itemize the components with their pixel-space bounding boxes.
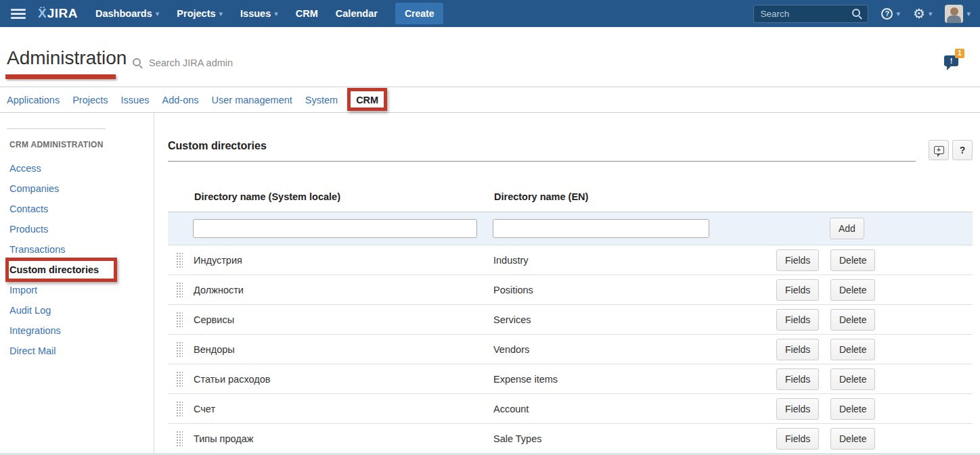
column-header-en: Directory name (EN) xyxy=(493,185,776,212)
drag-handle-icon[interactable] xyxy=(175,281,183,298)
new-directory-local-input[interactable] xyxy=(193,219,477,238)
delete-button[interactable]: Delete xyxy=(830,309,875,331)
sidebar-item-transactions[interactable]: Transactions xyxy=(0,239,154,260)
drag-handle-icon[interactable] xyxy=(175,311,183,328)
table-row: Индустрия Industry Fields Delete xyxy=(168,245,973,275)
nav-item-issues[interactable]: Issues▾ xyxy=(240,8,278,19)
table-row: Типы продаж Sale Types Fields Delete xyxy=(168,424,973,454)
jira-logo-text: JIRA xyxy=(47,6,78,21)
sidebar-item-import[interactable]: Import xyxy=(0,280,154,300)
fields-button[interactable]: Fields xyxy=(776,398,819,420)
column-header-local: Directory name (System locale) xyxy=(193,185,493,212)
help-button[interactable]: ? xyxy=(952,140,973,160)
table-row: Вендоры Vendors Fields Delete xyxy=(168,335,973,364)
create-button[interactable]: Create xyxy=(395,3,444,24)
hamburger-menu-icon[interactable] xyxy=(11,9,26,19)
admin-search-input[interactable] xyxy=(148,57,296,69)
main-panel: Custom directories + ? Directory name (S… xyxy=(154,113,980,454)
tab-issues[interactable]: Issues xyxy=(121,95,150,105)
add-directory-row: Add xyxy=(168,212,973,245)
chevron-down-icon: ▾ xyxy=(966,10,971,18)
directory-name-local: Индустрия xyxy=(193,245,493,275)
directory-name-en: Expense items xyxy=(493,364,776,394)
fields-button[interactable]: Fields xyxy=(776,309,819,331)
fields-button[interactable]: Fields xyxy=(776,368,819,390)
tab-projects[interactable]: Projects xyxy=(72,95,108,105)
table-row: Статьи расходов Expense items Fields Del… xyxy=(168,364,973,394)
sidebar-item-audit-log[interactable]: Audit Log xyxy=(0,300,154,320)
drag-handle-icon[interactable] xyxy=(175,400,183,417)
sidebar-item-integrations[interactable]: Integrations xyxy=(0,320,154,341)
user-menu[interactable]: ▾ xyxy=(945,5,971,23)
feedback-bubble-plus-icon: + xyxy=(934,146,944,154)
search-icon[interactable] xyxy=(852,9,862,19)
directory-name-en: Account xyxy=(493,394,776,424)
chevron-down-icon: ▾ xyxy=(896,10,900,18)
tab-user-management[interactable]: User management xyxy=(212,95,292,105)
sidebar-divider xyxy=(7,128,106,129)
search-icon xyxy=(133,58,143,68)
new-directory-en-input[interactable] xyxy=(493,219,709,238)
nav-item-projects[interactable]: Projects▾ xyxy=(177,8,223,19)
nav-item-calendar[interactable]: Calendar xyxy=(336,8,378,19)
jira-logo[interactable]: Ẍ JIRA xyxy=(38,6,78,21)
directory-name-en: Vendors xyxy=(493,335,776,364)
directory-name-local: Счет xyxy=(193,394,493,424)
delete-button[interactable]: Delete xyxy=(830,368,875,390)
feedback-button[interactable]: + xyxy=(929,140,949,160)
help-icon: ? xyxy=(881,8,893,20)
fields-button[interactable]: Fields xyxy=(776,428,819,450)
directory-name-en: Positions xyxy=(493,275,776,305)
page-title: Administration xyxy=(7,47,127,69)
directory-name-local: Типы продаж xyxy=(193,424,493,454)
navbar-search xyxy=(753,5,868,23)
panel-title: Custom directories xyxy=(168,140,973,152)
add-button[interactable]: Add xyxy=(830,218,864,239)
fields-button[interactable]: Fields xyxy=(776,249,819,271)
directory-name-en: Services xyxy=(493,305,776,335)
admin-header: Administration ! 1 xyxy=(0,27,980,87)
tab-crm[interactable]: CRM xyxy=(356,95,378,105)
drag-handle-icon[interactable] xyxy=(175,430,183,447)
sidebar-item-companies[interactable]: Companies xyxy=(0,178,154,199)
sidebar-item-access[interactable]: Access xyxy=(0,158,154,178)
sidebar-item-contacts[interactable]: Contacts xyxy=(0,199,154,219)
sidebar-item-custom-directories[interactable]: Custom directories xyxy=(0,260,154,280)
drag-handle-icon[interactable] xyxy=(175,341,183,358)
top-navbar: Ẍ JIRA Dashboards▾ Projects▾ Issues▾ CRM… xyxy=(0,0,980,27)
notification-icon[interactable]: ! 1 xyxy=(944,53,962,69)
chevron-down-icon: ▾ xyxy=(219,10,223,18)
tab-applications[interactable]: Applications xyxy=(7,95,60,105)
directory-name-local: Статьи расходов xyxy=(193,364,493,394)
chevron-down-icon: ▾ xyxy=(156,10,160,18)
notification-badge: 1 xyxy=(955,49,964,58)
nav-item-crm[interactable]: CRM xyxy=(296,8,318,19)
directory-name-local: Вендоры xyxy=(193,335,493,364)
drag-handle-icon[interactable] xyxy=(175,252,183,268)
admin-tabs: Applications Projects Issues Add-ons Use… xyxy=(0,87,980,113)
sidebar-section-title: CRM ADMINISTRATION xyxy=(9,140,154,149)
delete-button[interactable]: Delete xyxy=(830,279,875,301)
table-row: Сервисы Services Fields Delete xyxy=(168,305,973,335)
nav-item-dashboards[interactable]: Dashboards▾ xyxy=(95,8,159,19)
table-row: Должности Positions Fields Delete xyxy=(168,275,973,305)
sidebar-item-products[interactable]: Products xyxy=(0,219,154,239)
navbar-search-input[interactable] xyxy=(753,5,868,23)
delete-button[interactable]: Delete xyxy=(830,249,875,271)
help-menu[interactable]: ? ▾ xyxy=(881,8,900,20)
fields-button[interactable]: Fields xyxy=(776,339,819,360)
drag-handle-icon[interactable] xyxy=(175,370,183,387)
main-menu: Dashboards▾ Projects▾ Issues▾ CRM Calend… xyxy=(95,8,395,19)
delete-button[interactable]: Delete xyxy=(830,339,875,360)
jira-logo-icon: Ẍ xyxy=(38,6,47,21)
tab-system[interactable]: System xyxy=(305,95,338,105)
tab-addons[interactable]: Add-ons xyxy=(162,95,199,105)
delete-button[interactable]: Delete xyxy=(830,428,875,450)
fields-button[interactable]: Fields xyxy=(776,279,819,301)
sidebar-item-direct-mail[interactable]: Direct Mail xyxy=(0,341,154,361)
admin-gear-menu[interactable]: ⚙ ▾ xyxy=(913,7,932,20)
directory-name-en: Industry xyxy=(493,245,776,275)
directory-name-local: Должности xyxy=(193,275,493,305)
delete-button[interactable]: Delete xyxy=(830,398,875,420)
chevron-down-icon: ▾ xyxy=(929,10,933,18)
